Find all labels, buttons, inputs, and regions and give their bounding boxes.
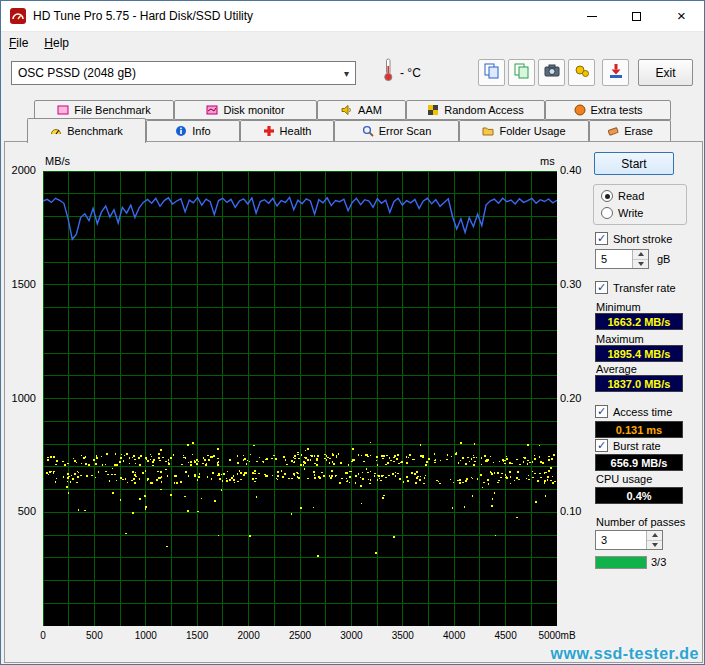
benchmark-plot-svg (43, 171, 557, 626)
write-radio[interactable]: Write (601, 207, 643, 219)
tab-extra-tests[interactable]: Extra tests (545, 100, 671, 120)
tab-label: Erase (624, 125, 653, 137)
y-axis-tick-label: 0.30 (560, 278, 596, 290)
write-radio-label: Write (618, 207, 643, 219)
triangle-down-icon (638, 262, 644, 266)
y-axis-tick-label: 500 (1, 505, 39, 517)
save-button[interactable] (602, 59, 629, 86)
maximize-icon (632, 12, 641, 21)
right-axis-unit: ms (540, 155, 555, 167)
file-benchmark-icon (57, 104, 69, 116)
x-axis-tick-label: 2000 (227, 630, 271, 641)
magnifier-icon (362, 125, 374, 137)
spinner-buttons (646, 531, 662, 549)
temperature-readout: - °C (400, 66, 421, 80)
drive-select-value: OSC PSSD (2048 gB) (12, 66, 338, 80)
minimize-icon (587, 16, 597, 17)
start-button[interactable]: Start (594, 152, 674, 175)
pass-progress-fill (596, 557, 646, 568)
maximum-value: 1895.4 MB/s (595, 345, 683, 362)
screenshot-button[interactable] (538, 59, 565, 86)
burst-rate-label: Burst rate (613, 440, 661, 452)
tab-aam[interactable]: AAM (317, 100, 406, 120)
copy-image-button[interactable] (508, 59, 535, 86)
tab-label: Disk monitor (223, 104, 284, 116)
menubar: File Help (1, 33, 704, 52)
read-radio[interactable]: Read (601, 190, 644, 202)
checkmark-icon: ✓ (595, 439, 608, 452)
triangle-down-icon (652, 543, 658, 547)
x-axis-tick-label: 1500 (175, 630, 219, 641)
pass-progress-text: 3/3 (651, 556, 666, 568)
burst-rate-checkbox[interactable]: ✓ Burst rate (595, 439, 661, 452)
tab-random-access[interactable]: Random Access (406, 100, 545, 120)
tab-row-primary: Benchmark Info Health Error Scan Folder … (27, 120, 671, 141)
folder-icon (482, 125, 494, 137)
eraser-icon (607, 125, 619, 137)
checkmark-icon: ✓ (595, 281, 608, 294)
y-axis-tick-label: 0.10 (560, 505, 596, 517)
window-controls: × (569, 1, 704, 31)
drive-select[interactable]: OSC PSSD (2048 gB) ▾ (11, 61, 356, 85)
tab-label: Benchmark (67, 125, 123, 137)
cpu-usage-label: CPU usage (596, 473, 652, 485)
x-axis-tick-label: 500 (72, 630, 116, 641)
pass-progress-bar (595, 556, 647, 569)
chevron-down-icon: ▾ (338, 68, 355, 79)
x-axis-tick-label: 0 (21, 630, 65, 641)
tab-row-secondary: File Benchmark Disk monitor AAM Random A… (34, 100, 671, 120)
access-time-value: 0.131 ms (595, 421, 683, 438)
read-write-group: Read Write (593, 184, 687, 225)
tab-error-scan[interactable]: Error Scan (334, 120, 459, 141)
gauge-icon (50, 125, 62, 137)
short-stroke-size-input[interactable]: 5 (595, 249, 649, 269)
x-axis-tick-label: 2500 (278, 630, 322, 641)
transfer-rate-checkbox[interactable]: ✓ Transfer rate (595, 281, 676, 294)
window-title: HD Tune Pro 5.75 - Hard Disk/SSD Utility (33, 9, 253, 23)
tab-label: File Benchmark (74, 104, 150, 116)
tab-info[interactable]: Info (146, 120, 240, 141)
spin-up-button[interactable] (647, 531, 662, 541)
x-axis-tick-label: 1000 (124, 630, 168, 641)
y-axis-tick-label: 1500 (1, 278, 39, 290)
spin-up-button[interactable] (633, 250, 648, 260)
transfer-rate-label: Transfer rate (613, 282, 676, 294)
cpu-usage-value: 0.4% (595, 487, 683, 504)
checkmark-icon: ✓ (595, 405, 608, 418)
radio-unselected-icon (601, 207, 613, 219)
short-stroke-checkbox[interactable]: ✓ Short stroke (595, 232, 672, 245)
spin-down-button[interactable] (633, 260, 648, 269)
benchmark-plot (43, 171, 557, 626)
copy-text-button[interactable] (478, 59, 505, 86)
maximize-button[interactable] (614, 1, 659, 31)
minimize-button[interactable] (569, 1, 614, 31)
y-axis-tick-label: 0.40 (560, 164, 596, 176)
x-axis-tick-label: 3500 (381, 630, 425, 641)
menu-help[interactable]: Help (36, 34, 77, 52)
close-button[interactable]: × (659, 1, 704, 31)
passes-input[interactable]: 3 (595, 530, 663, 550)
tab-disk-monitor[interactable]: Disk monitor (174, 100, 317, 120)
menu-file[interactable]: File (1, 34, 36, 52)
average-value: 1837.0 MB/s (595, 375, 683, 392)
tab-folder-usage[interactable]: Folder Usage (459, 120, 589, 141)
x-axis-tick-label: 3000 (329, 630, 373, 641)
tab-health[interactable]: Health (240, 120, 334, 141)
tab-file-benchmark[interactable]: File Benchmark (34, 100, 174, 120)
tab-benchmark[interactable]: Benchmark (27, 118, 146, 143)
passes-value: 3 (596, 531, 646, 549)
exit-button[interactable]: Exit (638, 59, 693, 86)
y-axis-tick-label: 1000 (1, 392, 39, 404)
copy-pages-icon (483, 62, 501, 84)
y-axis-tick-label: 0.20 (560, 392, 596, 404)
access-time-checkbox[interactable]: ✓ Access time (595, 405, 672, 418)
options-button[interactable] (568, 59, 595, 86)
spin-down-button[interactable] (647, 541, 662, 550)
watermark: www.ssd-tester.de (551, 645, 699, 663)
x-axis-tick-label: 4500 (484, 630, 528, 641)
copy-image-icon (513, 62, 531, 84)
short-stroke-label: Short stroke (613, 233, 672, 245)
tab-erase[interactable]: Erase (589, 120, 671, 141)
info-icon (175, 125, 187, 137)
tab-label: Health (280, 125, 312, 137)
